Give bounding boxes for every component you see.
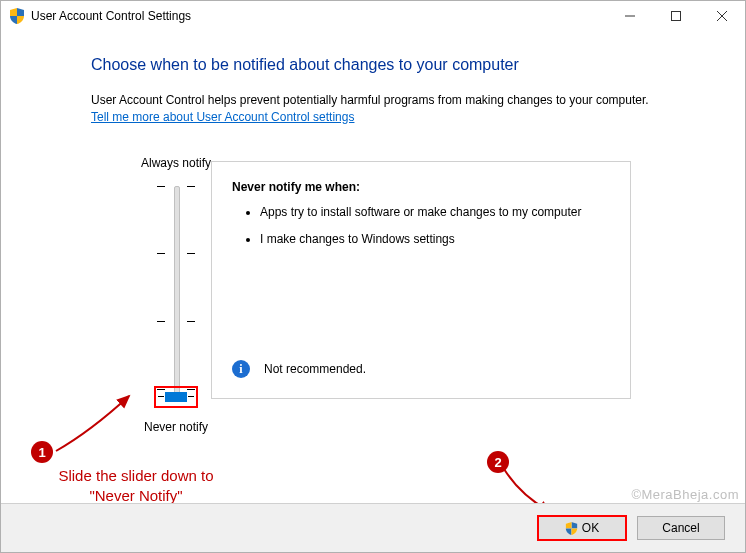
annotation-line-2: "Never Notify" bbox=[89, 487, 182, 504]
slider-tick bbox=[157, 186, 165, 187]
slider-tick bbox=[157, 321, 165, 322]
annotation-line-1: Slide the slider down to bbox=[58, 467, 213, 484]
maximize-icon bbox=[671, 11, 681, 21]
slider-tick bbox=[187, 321, 195, 322]
minimize-icon bbox=[625, 11, 635, 21]
footer: OK Cancel bbox=[1, 503, 745, 552]
panel-list-item: Apps try to install software or make cha… bbox=[260, 204, 610, 221]
ok-button[interactable]: OK bbox=[537, 515, 627, 541]
info-icon: i bbox=[232, 360, 250, 378]
uac-shield-icon bbox=[565, 522, 578, 535]
description-text: User Account Control helps prevent poten… bbox=[91, 92, 705, 126]
slider-tick bbox=[187, 186, 195, 187]
learn-more-link[interactable]: Tell me more about User Account Control … bbox=[91, 110, 354, 124]
detail-panel: Never notify me when: Apps try to instal… bbox=[211, 161, 631, 399]
slider-track bbox=[174, 186, 180, 394]
svg-rect-1 bbox=[672, 12, 681, 21]
maximize-button[interactable] bbox=[653, 1, 699, 31]
content-area: Choose when to be notified about changes… bbox=[1, 31, 745, 126]
slider-bottom-label: Never notify bbox=[121, 420, 231, 434]
recommendation-row: i Not recommended. bbox=[232, 360, 366, 378]
cancel-button[interactable]: Cancel bbox=[637, 516, 725, 540]
panel-list: Apps try to install software or make cha… bbox=[232, 204, 610, 248]
watermark: ©MeraBheja.com bbox=[631, 487, 739, 502]
panel-list-item: I make changes to Windows settings bbox=[260, 231, 610, 248]
ok-button-label: OK bbox=[582, 521, 599, 535]
uac-shield-icon bbox=[9, 8, 25, 24]
window-title: User Account Control Settings bbox=[31, 9, 191, 23]
close-button[interactable] bbox=[699, 1, 745, 31]
cancel-button-label: Cancel bbox=[662, 521, 699, 535]
annotation-text: Slide the slider down to "Never Notify" bbox=[21, 466, 251, 505]
uac-window: User Account Control Settings Choose whe… bbox=[0, 0, 746, 553]
titlebar: User Account Control Settings bbox=[1, 1, 745, 31]
slider-thumb-highlight bbox=[154, 386, 198, 408]
slider-tick bbox=[188, 396, 194, 397]
recommendation-text: Not recommended. bbox=[264, 362, 366, 376]
close-icon bbox=[717, 11, 727, 21]
panel-title: Never notify me when: bbox=[232, 180, 610, 194]
slider-tick bbox=[158, 396, 164, 397]
annotation-badge-2: 2 bbox=[487, 451, 509, 473]
slider-tick bbox=[187, 253, 195, 254]
minimize-button[interactable] bbox=[607, 1, 653, 31]
notification-slider[interactable] bbox=[151, 180, 201, 400]
slider-thumb[interactable] bbox=[165, 392, 187, 402]
slider-tick bbox=[157, 253, 165, 254]
description-line: User Account Control helps prevent poten… bbox=[91, 93, 649, 107]
main-heading: Choose when to be notified about changes… bbox=[91, 56, 705, 74]
window-controls bbox=[607, 1, 745, 31]
annotation-badge-1: 1 bbox=[31, 441, 53, 463]
